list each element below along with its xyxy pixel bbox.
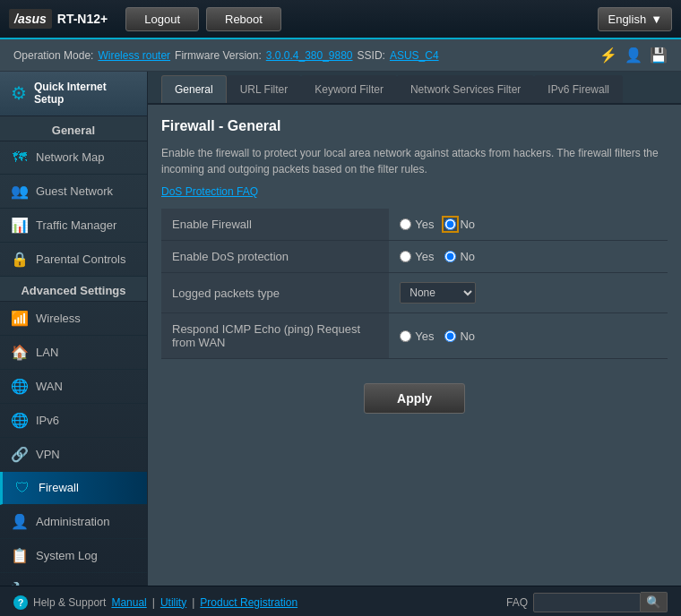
ipv6-icon: 🌐 <box>11 412 29 429</box>
dos-protection-yes-radio[interactable] <box>400 251 411 262</box>
logout-button[interactable]: Logout <box>125 7 199 31</box>
reboot-button[interactable]: Reboot <box>206 7 281 31</box>
footer-search-input[interactable] <box>533 593 641 612</box>
field-value-icmp: Yes No <box>389 313 668 359</box>
manual-link[interactable]: Manual <box>111 596 146 609</box>
apply-button[interactable]: Apply <box>364 383 465 414</box>
sidebar-item-lan[interactable]: 🏠 LAN <box>0 336 147 370</box>
enable-firewall-radio-group: Yes No <box>400 218 657 231</box>
tab-ipv6-firewall[interactable]: IPv6 Firewall <box>534 75 623 103</box>
sidebar-item-label: Network Map <box>36 150 105 164</box>
field-value-logged-packets: None Dropped Accepted Both <box>389 273 668 313</box>
field-value-enable-firewall: Yes No <box>389 209 668 241</box>
tab-general[interactable]: General <box>161 75 227 103</box>
apply-row: Apply <box>161 372 668 424</box>
general-section-header: General <box>0 116 147 141</box>
sidebar-item-label: VPN <box>36 448 60 461</box>
operation-mode-label: Operation Mode: <box>13 49 93 62</box>
icmp-yes-radio[interactable] <box>400 330 411 342</box>
dos-protection-no-label[interactable]: No <box>444 250 475 263</box>
utility-link[interactable]: Utility <box>160 596 186 609</box>
dos-protection-no-radio[interactable] <box>444 251 456 262</box>
table-row: Logged packets type None Dropped Accepte… <box>161 273 668 313</box>
table-row: Enable DoS protection Yes No <box>161 241 668 273</box>
sidebar-item-label: Firewall <box>39 481 79 494</box>
sidebar-item-network-tools[interactable]: 🔧 Network Tools <box>0 573 147 586</box>
lan-icon: 🏠 <box>11 344 29 361</box>
network-map-icon: 🗺 <box>11 150 29 166</box>
info-bar-left: Operation Mode: Wireless router Firmware… <box>13 49 439 62</box>
table-row: Respond ICMP Echo (ping) Request from WA… <box>161 313 668 359</box>
field-label-enable-firewall: Enable Firewall <box>161 209 389 241</box>
operation-mode-value[interactable]: Wireless router <box>98 49 170 62</box>
traffic-manager-icon: 📊 <box>11 217 29 234</box>
vpn-icon: 🔗 <box>11 446 29 463</box>
sidebar-item-vpn[interactable]: 🔗 VPN <box>0 438 147 472</box>
info-bar: Operation Mode: Wireless router Firmware… <box>0 39 681 72</box>
usb-icon[interactable]: 💾 <box>650 47 668 64</box>
icmp-no-label[interactable]: No <box>444 329 475 343</box>
enable-firewall-no-radio[interactable] <box>444 218 456 230</box>
sidebar-item-label: Administration <box>36 515 109 528</box>
sidebar-item-ipv6[interactable]: 🌐 IPv6 <box>0 404 147 438</box>
asus-brand: /asus <box>9 9 52 29</box>
sidebar-item-label: IPv6 <box>36 414 59 427</box>
sidebar-item-wan[interactable]: 🌐 WAN <box>0 370 147 404</box>
icmp-no-radio[interactable] <box>444 330 456 342</box>
sidebar-item-parental-controls[interactable]: 🔒 Parental Controls <box>0 243 147 277</box>
quick-setup-label: Quick InternetSetup <box>34 81 107 107</box>
enable-firewall-yes-label[interactable]: Yes <box>400 218 434 231</box>
sidebar-item-administration[interactable]: 👤 Administration <box>0 505 147 539</box>
tab-url-filter[interactable]: URL Filter <box>227 75 302 103</box>
header-right: English ▼ <box>598 7 672 31</box>
page-description: Enable the firewall to protect your loca… <box>161 145 668 177</box>
firewall-icon: 🛡 <box>13 480 31 496</box>
sidebar-item-label: Wireless <box>36 312 81 325</box>
parental-controls-icon: 🔒 <box>11 251 29 268</box>
network-tools-icon: 🔧 <box>11 581 29 586</box>
sidebar-item-label: Parental Controls <box>36 252 125 266</box>
dos-protection-radio-group: Yes No <box>400 250 657 263</box>
field-label-logged-packets: Logged packets type <box>161 273 389 313</box>
sidebar: ⚙ Quick InternetSetup General 🗺 Network … <box>0 72 148 586</box>
tab-keyword-filter[interactable]: Keyword Filter <box>301 75 397 103</box>
sidebar-item-guest-network[interactable]: 👥 Guest Network <box>0 175 147 209</box>
table-row: Enable Firewall Yes No <box>161 209 668 241</box>
sidebar-item-traffic-manager[interactable]: 📊 Traffic Manager <box>0 209 147 243</box>
tab-network-services-filter[interactable]: Network Services Filter <box>397 75 534 103</box>
signal-icon[interactable]: ⚡ <box>599 47 617 64</box>
quick-setup-icon: ⚙ <box>11 82 27 104</box>
language-selector[interactable]: English ▼ <box>598 7 672 31</box>
product-registration-link[interactable]: Product Registration <box>200 596 297 609</box>
footer-search-button[interactable]: 🔍 <box>641 592 668 612</box>
field-value-dos-protection: Yes No <box>389 241 668 273</box>
guest-network-icon: 👥 <box>11 183 29 200</box>
firmware-value[interactable]: 3.0.0.4_380_9880 <box>266 49 353 62</box>
sidebar-item-label: Network Tools <box>36 583 108 586</box>
tab-bar: General URL Filter Keyword Filter Networ… <box>148 72 681 105</box>
sidebar-item-wireless[interactable]: 📶 Wireless <box>0 302 147 336</box>
icmp-yes-label[interactable]: Yes <box>400 329 434 343</box>
enable-firewall-no-label[interactable]: No <box>444 218 475 231</box>
user-icon[interactable]: 👤 <box>625 47 642 64</box>
ssid-value[interactable]: ASUS_C4 <box>390 49 439 62</box>
logged-packets-select[interactable]: None Dropped Accepted Both <box>400 282 476 304</box>
footer-left: ? Help & Support Manual | Utility | Prod… <box>13 595 297 610</box>
advanced-section-header: Advanced Settings <box>0 277 147 302</box>
sidebar-item-system-log[interactable]: 📋 System Log <box>0 539 147 573</box>
field-label-dos-protection: Enable DoS protection <box>161 241 389 273</box>
footer-search: 🔍 <box>533 592 668 612</box>
sidebar-item-label: Guest Network <box>36 184 113 198</box>
quick-internet-setup[interactable]: ⚙ Quick InternetSetup <box>0 72 147 116</box>
dos-protection-faq-link[interactable]: DoS Protection FAQ <box>161 185 258 198</box>
footer: ? Help & Support Manual | Utility | Prod… <box>0 586 681 616</box>
sidebar-item-network-map[interactable]: 🗺 Network Map <box>0 141 147 175</box>
dos-protection-yes-label[interactable]: Yes <box>400 250 434 263</box>
wan-icon: 🌐 <box>11 378 29 395</box>
help-support-label: Help & Support <box>33 596 106 609</box>
icmp-radio-group: Yes No <box>400 329 657 343</box>
field-label-icmp: Respond ICMP Echo (ping) Request from WA… <box>161 313 389 359</box>
logo: /asus RT-N12+ <box>9 9 108 29</box>
sidebar-item-firewall[interactable]: 🛡 Firewall <box>0 472 147 505</box>
enable-firewall-yes-radio[interactable] <box>400 218 411 230</box>
